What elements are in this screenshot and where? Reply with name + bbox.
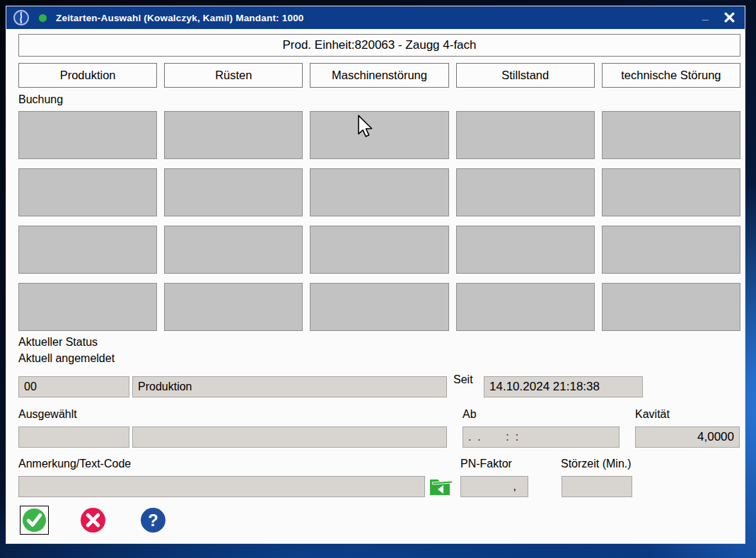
booking-slot-button[interactable]: [18, 283, 157, 331]
current-status-label: Aktueller Status: [18, 336, 98, 349]
close-button[interactable]: ✕: [723, 10, 736, 25]
booking-slot-button[interactable]: [602, 283, 740, 331]
booking-slot-button[interactable]: [310, 111, 448, 159]
zeitarten-auswahl-window: Zeitarten-Auswahl (Kowalczyk, Kamil) Man…: [6, 6, 745, 544]
time-type-button[interactable]: Stillstand: [456, 63, 595, 88]
remark-label: Anmerkung/Text-Code: [18, 458, 131, 470]
registered-type-field: Produktion: [132, 376, 447, 397]
booking-slot-button[interactable]: [602, 226, 740, 274]
cancel-button[interactable]: [80, 507, 106, 533]
pn-factor-label: PN-Faktor: [460, 458, 512, 470]
mouse-cursor: [357, 115, 374, 137]
selected-code-field[interactable]: [18, 426, 129, 448]
time-type-buttons: ProduktionRüstenMaschinenstörungStillsta…: [18, 63, 740, 88]
booking-slot-button[interactable]: [456, 111, 595, 159]
time-type-button[interactable]: Rüsten: [164, 63, 303, 88]
booking-slot-button[interactable]: [456, 283, 595, 331]
status-dot-icon: [39, 14, 47, 22]
booking-slot-button[interactable]: [456, 226, 595, 274]
booking-slot-button[interactable]: [164, 168, 303, 216]
open-text-code-button[interactable]: [428, 475, 455, 498]
from-label: Ab: [463, 408, 477, 421]
downtime-label: Störzeit (Min.): [561, 458, 632, 470]
desktop-background: { "window": { "title": "Zeitarten-Auswah…: [0, 0, 756, 558]
check-icon: [22, 508, 47, 533]
selected-type-field[interactable]: [132, 426, 447, 448]
booking-slot-button[interactable]: [164, 283, 303, 331]
since-label: Seit: [453, 373, 473, 386]
help-button[interactable]: ?: [140, 507, 166, 533]
x-icon: [80, 507, 106, 533]
booking-grid: [18, 111, 740, 331]
time-type-button[interactable]: Maschinenstörung: [310, 63, 448, 88]
booking-slot-button[interactable]: [310, 226, 448, 274]
booking-slot-button[interactable]: [18, 168, 157, 216]
selected-label: Ausgewählt: [18, 408, 77, 421]
booking-slot-button[interactable]: [310, 168, 448, 216]
from-field[interactable]: . . : :: [463, 426, 620, 448]
open-folder-icon: [429, 475, 454, 497]
time-type-button[interactable]: technische Störung: [602, 63, 740, 88]
since-field: 14.10.2024 21:18:38: [484, 376, 643, 397]
booking-slot-button[interactable]: [164, 111, 303, 159]
clock-app-icon: [13, 9, 30, 26]
booking-label: Buchung: [18, 93, 63, 106]
titlebar: Zeitarten-Auswahl (Kowalczyk, Kamil) Man…: [6, 6, 745, 29]
booking-slot-button[interactable]: [456, 168, 595, 216]
dialog-body: Prod. Einheit:820063 - Zaugg 4-fach Prod…: [6, 29, 745, 545]
registered-label: Aktuell angemeldet: [18, 352, 115, 365]
booking-slot-button[interactable]: [18, 111, 157, 159]
cavity-label: Kavität: [635, 408, 670, 421]
ok-button[interactable]: [20, 506, 49, 535]
time-type-button[interactable]: Produktion: [18, 63, 157, 88]
booking-slot-button[interactable]: [310, 283, 448, 331]
downtime-field[interactable]: [562, 476, 632, 497]
svg-text:?: ?: [148, 511, 158, 530]
window-title: Zeitarten-Auswahl (Kowalczyk, Kamil) Man…: [56, 13, 304, 23]
booking-slot-button[interactable]: [18, 226, 157, 274]
question-icon: ?: [140, 507, 166, 533]
prod-unit-header: Prod. Einheit:820063 - Zaugg 4-fach: [18, 34, 740, 57]
pn-factor-field[interactable]: ,: [460, 476, 528, 497]
booking-slot-button[interactable]: [164, 226, 303, 274]
booking-slot-button[interactable]: [602, 111, 740, 159]
minimize-button[interactable]: _: [702, 12, 709, 23]
cavity-field[interactable]: 4,0000: [635, 426, 740, 448]
registered-code-field: 00: [18, 376, 129, 397]
booking-slot-button[interactable]: [602, 168, 740, 216]
remark-field[interactable]: [18, 476, 425, 497]
